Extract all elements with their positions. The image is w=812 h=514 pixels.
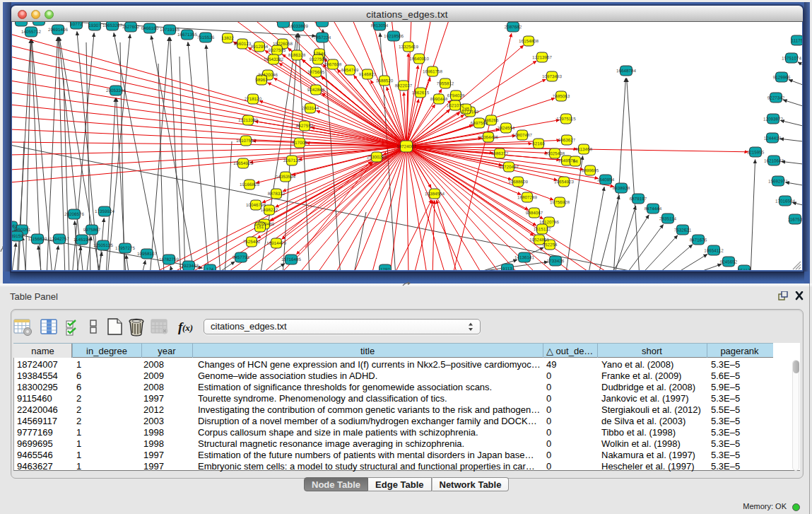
svg-text:7515526: 7515526 [197,35,215,40]
svg-text:10653267: 10653267 [102,23,123,28]
svg-text:16543382: 16543382 [264,57,284,62]
svg-text:8660123: 8660123 [234,41,252,46]
svg-text:8474444: 8474444 [645,206,662,211]
svg-text:17359924: 17359924 [95,209,115,214]
svg-text:14136141: 14136141 [514,255,535,259]
svg-text:14055712: 14055712 [21,29,42,34]
svg-text:116753: 116753 [788,216,802,221]
svg-text:7485063: 7485063 [553,93,570,98]
svg-text:84: 84 [572,158,578,163]
svg-text:15751074: 15751074 [782,55,802,60]
svg-text:12923448: 12923448 [179,263,199,268]
svg-text:245: 245 [462,106,470,111]
svg-text:12213389: 12213389 [238,117,259,122]
svg-text:7955812: 7955812 [437,81,454,86]
svg-text:12505135: 12505135 [93,243,114,247]
svg-text:8912954: 8912954 [251,44,269,49]
svg-text:6466160: 6466160 [141,25,159,30]
svg-text:2087682: 2087682 [505,24,522,29]
svg-text:15226058: 15226058 [273,41,293,46]
svg-text:22420046: 22420046 [258,72,278,77]
svg-text:95113: 95113 [738,267,751,270]
svg-text:2867608: 2867608 [324,62,342,66]
svg-text:2803144: 2803144 [302,105,319,110]
svg-text:39159: 39159 [12,233,23,238]
svg-text:11156829: 11156829 [28,236,47,241]
svg-text:10958107: 10958107 [137,251,158,256]
svg-text:9227342: 9227342 [767,95,785,100]
svg-text:3875685: 3875685 [307,69,325,74]
svg-text:124: 124 [206,267,214,270]
svg-text:18724007: 18724007 [396,144,417,148]
svg-text:10688609: 10688609 [508,179,529,184]
svg-text:10046798: 10046798 [246,202,266,207]
svg-text:20691406: 20691406 [48,27,69,32]
svg-text:3267130: 3267130 [283,158,301,163]
svg-text:7632621: 7632621 [674,227,692,232]
svg-text:18807249: 18807249 [517,194,538,199]
svg-text:19524851: 19524851 [529,237,550,242]
svg-text:3824554: 3824554 [498,125,515,130]
svg-text:1244419: 1244419 [764,135,782,140]
svg-text:3215955: 3215955 [747,149,765,154]
svg-text:(x): (x) [182,322,193,333]
svg-text:8938928: 8938928 [613,185,630,190]
svg-text:9129966: 9129966 [773,74,791,79]
svg-text:15716485: 15716485 [281,257,302,262]
svg-text:17957275: 17957275 [115,245,136,250]
svg-text:9457791: 9457791 [233,255,250,259]
svg-text:2718120: 2718120 [245,96,262,101]
svg-text:12975115: 12975115 [556,116,576,121]
svg-text:13325419: 13325419 [399,44,419,49]
svg-text:8822037: 8822037 [395,83,413,88]
svg-text:13822: 13822 [221,35,234,40]
svg-text:10719155: 10719155 [160,27,180,32]
svg-text:8186328: 8186328 [288,52,306,57]
svg-text:1498222: 1498222 [261,207,278,212]
svg-text:7857224: 7857224 [314,35,331,40]
svg-text:6794028: 6794028 [447,93,465,98]
svg-text:16671355: 16671355 [177,32,198,37]
svg-text:19654925: 19654925 [233,160,254,165]
svg-text:1527602: 1527602 [122,24,140,29]
svg-text:7625402: 7625402 [243,239,261,244]
svg-text:25300293: 25300293 [367,154,387,159]
svg-text:16648784: 16648784 [616,68,637,73]
svg-text:11175: 11175 [792,37,802,42]
svg-text:19654923: 19654923 [554,179,575,184]
svg-text:16154808: 16154808 [519,38,539,43]
svg-text:16033809: 16033809 [288,23,309,28]
svg-text:10973493: 10973493 [542,74,563,78]
svg-text:8813054: 8813054 [371,23,389,28]
svg-text:1292: 1292 [380,267,391,270]
svg-text:98961: 98961 [255,77,268,82]
svg-text:151: 151 [257,224,264,229]
svg-text:9327508: 9327508 [310,57,327,62]
svg-text:19756928: 19756928 [550,199,570,204]
svg-text:9113: 9113 [502,266,512,270]
svg-text:6879197: 6879197 [630,196,647,201]
svg-text:16961758: 16961758 [423,69,443,74]
svg-text:2935114: 2935114 [659,216,677,221]
svg-text:19384554: 19384554 [425,191,445,196]
svg-text:1588520: 1588520 [376,78,394,83]
svg-text:9245652: 9245652 [720,259,738,264]
svg-text:9463627: 9463627 [558,137,576,142]
svg-text:20364436: 20364436 [478,134,499,139]
svg-text:9113468: 9113468 [575,146,593,151]
svg-text:16782759: 16782759 [159,257,180,262]
svg-text:16914479: 16914479 [266,240,287,245]
svg-text:1640954: 1640954 [597,177,615,182]
svg-text:17016504: 17016504 [775,198,796,203]
svg-text:9327505: 9327505 [269,47,286,52]
svg-text:12213967: 12213967 [532,54,553,59]
svg-text:62160: 62160 [532,141,545,146]
svg-text:9146821: 9146821 [359,71,377,76]
svg-text:10654112: 10654112 [704,247,724,252]
svg-text:1733426: 1733426 [547,258,565,263]
svg-text:20053346: 20053346 [106,88,126,93]
svg-text:12942757: 12942757 [49,236,70,241]
svg-text:8454749: 8454749 [341,67,359,72]
svg-text:20206576: 20206576 [64,211,85,216]
svg-text:15692971: 15692971 [768,178,789,183]
